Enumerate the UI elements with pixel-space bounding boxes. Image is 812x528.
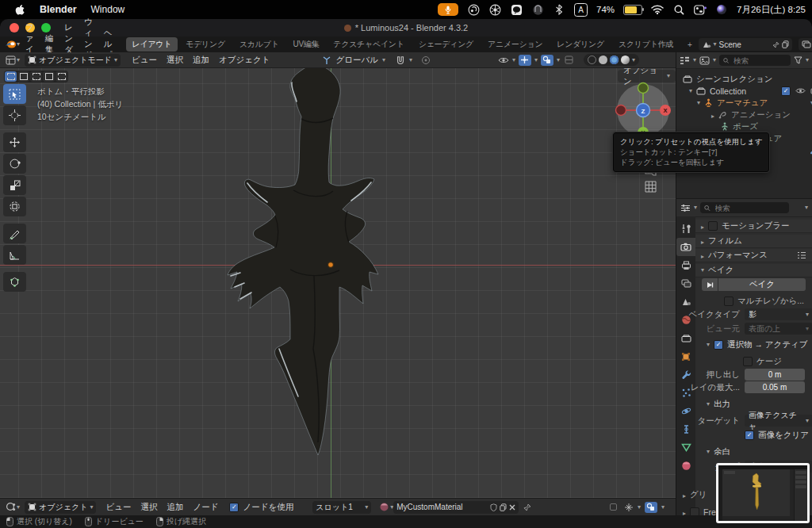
display-mode-chevron-icon[interactable]: [713, 57, 716, 63]
properties-search-input[interactable]: [714, 203, 785, 213]
vpn-app-icon[interactable]: [531, 3, 544, 16]
orientation-chevron-icon[interactable]: [382, 57, 385, 63]
shader-node-menu[interactable]: ノード: [188, 502, 223, 513]
freestyle-checkbox[interactable]: [690, 507, 699, 515]
cage-checkbox[interactable]: [743, 357, 753, 366]
bake-type-dropdown[interactable]: 影: [745, 308, 812, 320]
menubar-app-name[interactable]: Blender: [40, 4, 77, 15]
blender-logo-icon[interactable]: [5, 38, 17, 51]
select-mode-intersect-button[interactable]: [56, 71, 67, 82]
tab-object-data[interactable]: [676, 438, 695, 457]
multires-checkbox[interactable]: [724, 297, 733, 306]
collection-checkbox[interactable]: [781, 86, 791, 96]
shader-editor-type-chevron-icon[interactable]: [17, 504, 20, 511]
freestyle-panel[interactable]: Fre: [683, 507, 716, 515]
shader-add-menu[interactable]: 追加: [162, 502, 188, 513]
menubar-clock[interactable]: 7月26日(土) 8:25: [737, 4, 806, 16]
tab-scene[interactable]: [676, 293, 695, 311]
viewport-3d[interactable]: ボトム・平行投影 (40) Collection | 低ポリ 10センチメートル…: [0, 68, 676, 498]
select-mode-extend-button[interactable]: [17, 71, 29, 82]
max-ray-field[interactable]: 0.05 m: [745, 381, 805, 393]
properties-options-chevron-icon[interactable]: [805, 205, 808, 211]
slot-selector[interactable]: スロット1: [312, 501, 371, 514]
obs-icon[interactable]: [467, 3, 480, 16]
visibility-dropdown-icon[interactable]: [498, 55, 509, 65]
material-sphere-icon[interactable]: [377, 501, 390, 514]
target-dropdown[interactable]: 画像テクスチャ: [745, 415, 812, 427]
shader-overlay-chevron-icon[interactable]: [661, 504, 665, 511]
shader-snap-disabled-icon[interactable]: [607, 502, 620, 513]
grease-pencil-panel[interactable]: グリ: [683, 489, 707, 500]
gizmo-axis-neg-x[interactable]: [616, 105, 626, 116]
motion-blur-checkbox[interactable]: [708, 221, 718, 231]
select-mode-subtract-button[interactable]: [30, 71, 42, 82]
shading-solid-button[interactable]: [599, 55, 607, 64]
outliner-row-animation[interactable]: アニメーション: [676, 109, 812, 121]
properties-type-chevron-icon[interactable]: [694, 205, 697, 211]
bake-button[interactable]: ベイク: [718, 278, 806, 291]
tool-move[interactable]: [3, 132, 26, 152]
microphone-indicator-icon[interactable]: [438, 3, 458, 16]
filter-chevron-icon[interactable]: [806, 57, 809, 63]
mode-selector[interactable]: オブジェクトモード: [25, 54, 121, 67]
spotlight-icon[interactable]: [672, 3, 685, 16]
workspace-tab-modeling[interactable]: モデリング: [179, 37, 232, 52]
workspace-tab-layout[interactable]: レイアウト: [126, 37, 178, 52]
workspace-tab-texturepaint[interactable]: テクスチャペイント: [327, 37, 410, 52]
tool-measure[interactable]: [3, 245, 26, 265]
animation-expand-icon[interactable]: [711, 110, 714, 120]
outliner-type-chevron-icon[interactable]: [693, 57, 696, 63]
show-overlays-toggle[interactable]: [541, 55, 553, 66]
shader-snap-grid-icon[interactable]: [624, 503, 634, 512]
tab-viewlayer[interactable]: [676, 274, 695, 293]
bake-icon[interactable]: [702, 278, 718, 291]
extrusion-field[interactable]: 0 m: [745, 369, 805, 381]
select-menu[interactable]: 選択: [162, 55, 188, 66]
output-subpanel-header[interactable]: 出力: [707, 399, 730, 410]
control-center-icon[interactable]: [694, 3, 707, 16]
panel-bake[interactable]: ベイク: [695, 264, 812, 277]
shader-editor-icon[interactable]: [4, 501, 17, 514]
tool-cursor[interactable]: [3, 105, 26, 125]
outliner-row-pose[interactable]: ポーズ: [676, 121, 812, 132]
orientation-label[interactable]: グローバル: [335, 55, 377, 66]
editor-type-chevron-icon[interactable]: [17, 57, 20, 63]
workspace-tab-scripting[interactable]: スクリプト作成: [612, 37, 680, 52]
sword-model[interactable]: [202, 68, 400, 480]
outliner-row-scene-collection[interactable]: シーンコレクション: [676, 73, 812, 85]
outliner-searchbox[interactable]: [719, 55, 791, 66]
properties-editor-icon[interactable]: [680, 204, 691, 212]
new-scene-icon[interactable]: [782, 40, 789, 48]
perspective-toggle-button[interactable]: [645, 181, 657, 193]
outliner-search-input[interactable]: [732, 55, 787, 66]
material-name-widget[interactable]: MyCustomMaterial: [393, 501, 519, 514]
workspace-tab-shading[interactable]: シェーディング: [412, 37, 480, 52]
shader-select-menu[interactable]: 選択: [136, 502, 162, 513]
view-menu[interactable]: ビュー: [127, 55, 162, 66]
use-nodes-checkbox[interactable]: [229, 503, 239, 512]
panel-motion-blur[interactable]: モーションブラー: [695, 220, 812, 233]
show-gizmo-toggle[interactable]: [519, 55, 531, 66]
screen-share-preview-window[interactable]: [716, 463, 810, 523]
armature-expand-icon[interactable]: [697, 100, 700, 106]
view-from-dropdown[interactable]: 表面の上: [745, 323, 812, 335]
shading-material-button[interactable]: [610, 55, 619, 64]
selected-to-active-checkbox[interactable]: [714, 340, 723, 350]
add-menu[interactable]: 追加: [188, 55, 214, 66]
selected-to-active-row[interactable]: 選択物 → アクティブ: [707, 339, 808, 350]
unlink-x-icon[interactable]: [509, 504, 515, 511]
workspace-tab-sculpting[interactable]: スカルプト: [233, 37, 285, 52]
new-material-icon[interactable]: [500, 503, 507, 511]
properties-searchbox[interactable]: [700, 202, 789, 213]
filter-icon[interactable]: [794, 56, 802, 64]
outliner-row-armature-object[interactable]: アーマチュア: [676, 97, 812, 109]
shader-view-menu[interactable]: ビュー: [101, 502, 136, 513]
tool-rotate[interactable]: [3, 154, 26, 174]
workspace-tab-rendering[interactable]: レンダリング: [550, 37, 611, 52]
scene-selector[interactable]: Scene: [699, 38, 792, 51]
select-mode-invert-button[interactable]: [43, 71, 55, 82]
preset-icon[interactable]: [797, 251, 806, 259]
select-mode-new-button[interactable]: [5, 71, 17, 82]
display-mode-icon[interactable]: [699, 56, 710, 65]
editor-type-icon[interactable]: [4, 54, 17, 67]
